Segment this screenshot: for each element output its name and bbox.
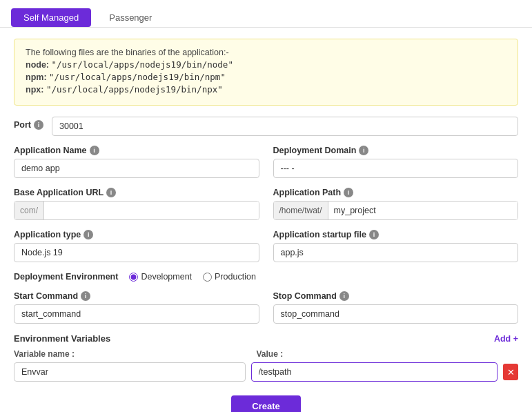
radio-development-label: Development: [141, 272, 192, 282]
radio-development: Development: [129, 272, 192, 282]
start-command-label: Start Command i: [14, 291, 259, 301]
app-name-group: Application Name i: [14, 146, 259, 178]
app-name-info-icon: i: [90, 146, 99, 155]
deployment-env-label: Deployment Environment: [14, 272, 118, 282]
base-url-path-row: Base Application URL i com/ Application …: [14, 188, 518, 220]
npm-value: "/usr/local/apps/nodejs19/bin/npm": [49, 72, 226, 82]
deployment-domain-group: Deployment Domain i: [273, 146, 519, 178]
radio-production: Production: [203, 272, 256, 282]
deployment-domain-info-icon: i: [359, 146, 368, 155]
npm-label: npm:: [26, 72, 47, 82]
app-type-info-icon: i: [83, 230, 93, 239]
radio-production-input[interactable]: [203, 273, 212, 282]
npx-label: npx:: [26, 85, 43, 95]
base-url-prefix: com/: [14, 202, 44, 219]
app-type-input[interactable]: [14, 243, 259, 262]
env-name-input[interactable]: [14, 362, 246, 382]
app-path-prefix: /home/twat/: [274, 202, 328, 219]
npx-value: "/usr/local/apps/nodejs19/bin/npx": [46, 84, 223, 95]
main-content: The following files are the binaries of …: [0, 28, 532, 412]
port-label: Port i: [14, 120, 43, 130]
app-name-label: Application Name i: [14, 146, 259, 155]
env-var-name-label: Variable name :: [14, 349, 246, 359]
startup-file-group: Application startup file i: [273, 230, 519, 262]
tab-passenger[interactable]: Passenger: [97, 8, 164, 27]
app-type-startup-row: Application type i Application startup f…: [14, 230, 518, 262]
tab-self-managed[interactable]: Self Managed: [11, 8, 91, 27]
startup-file-info-icon: i: [369, 230, 379, 239]
base-url-label: Base Application URL i: [14, 188, 259, 197]
startup-file-label: Application startup file i: [273, 230, 519, 239]
info-node-line: node: "/usr/local/apps/nodejs19/bin/node…: [26, 59, 506, 70]
node-value: "/usr/local/apps/nodejs19/bin/node": [52, 59, 233, 70]
start-command-info-icon: i: [81, 291, 90, 301]
env-title: Environment Variables: [14, 333, 110, 344]
app-path-input-group: /home/twat/: [273, 201, 519, 220]
info-heading: The following files are the binaries of …: [26, 48, 506, 57]
env-header: Environment Variables Add +: [14, 333, 518, 344]
port-input[interactable]: [52, 117, 518, 136]
page-wrapper: Self Managed Passenger The following fil…: [0, 0, 532, 412]
port-info-icon: i: [34, 120, 43, 130]
app-path-group: Application Path i /home/twat/: [273, 188, 519, 220]
stop-command-group: Stop Command i: [273, 291, 519, 324]
app-path-input[interactable]: [328, 202, 518, 219]
radio-production-label: Production: [215, 272, 256, 282]
startup-file-input[interactable]: [273, 243, 519, 262]
env-var-value-label: Value :: [257, 349, 519, 359]
app-type-group: Application type i: [14, 230, 259, 262]
base-url-info-icon: i: [106, 188, 116, 197]
tabs-bar: Self Managed Passenger: [0, 0, 532, 28]
info-npx-line: npx: "/usr/local/apps/nodejs19/bin/npx": [26, 84, 506, 95]
port-row: Port i: [14, 117, 518, 136]
stop-command-label: Stop Command i: [273, 291, 519, 301]
app-name-input[interactable]: [14, 159, 259, 178]
start-command-input[interactable]: [14, 304, 259, 324]
app-name-domain-row: Application Name i Deployment Domain i: [14, 146, 518, 178]
app-path-info-icon: i: [344, 188, 353, 197]
env-labels-row: Variable name : Value :: [14, 349, 518, 359]
env-value-input[interactable]: [251, 362, 498, 382]
radio-development-input[interactable]: [129, 273, 138, 282]
env-delete-button[interactable]: ✕: [503, 364, 518, 380]
app-type-label: Application type i: [14, 230, 259, 239]
stop-command-info-icon: i: [339, 291, 349, 301]
info-box: The following files are the binaries of …: [14, 39, 518, 106]
create-btn-row: Create: [14, 395, 518, 412]
info-npm-line: npm: "/usr/local/apps/nodejs19/bin/npm": [26, 72, 506, 82]
deployment-domain-label: Deployment Domain i: [273, 146, 519, 155]
deployment-env-row: Deployment Environment Development Produ…: [14, 272, 518, 282]
base-url-input[interactable]: [44, 202, 258, 219]
deployment-domain-input[interactable]: [273, 159, 519, 178]
start-command-group: Start Command i: [14, 291, 259, 324]
env-add-button[interactable]: Add +: [494, 334, 518, 344]
create-button[interactable]: Create: [231, 395, 300, 412]
commands-row: Start Command i Stop Command i: [14, 291, 518, 324]
node-label: node:: [26, 60, 49, 70]
base-url-input-group: com/: [14, 201, 259, 220]
app-path-label: Application Path i: [273, 188, 519, 197]
base-url-group: Base Application URL i com/: [14, 188, 259, 220]
stop-command-input[interactable]: [273, 304, 519, 324]
env-entry-row: ✕: [14, 362, 518, 382]
